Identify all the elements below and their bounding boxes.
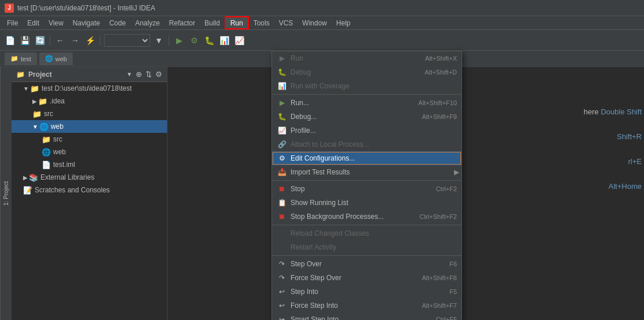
breadcrumb-test-label: test [21, 55, 31, 62]
menu-profile-item[interactable]: 📈 Profile... [272, 124, 461, 137]
sep-1 [272, 94, 461, 95]
menu-run-label: Run... [291, 99, 309, 107]
tree-item-idea[interactable]: ▶ 📁 .idea [12, 95, 167, 107]
menu-restart-item[interactable]: Restart Activity [272, 240, 461, 254]
src-folder-icon: 📁 [32, 110, 42, 118]
menu-smart-step-into-item[interactable]: ↪ Smart Step Into Ctrl+F5 [272, 312, 461, 320]
web2-folder-icon: 🌐 [42, 148, 51, 157]
scratches-icon: 📝 [23, 186, 32, 195]
coverage-btn[interactable]: 📊 [218, 34, 230, 47]
tree-item-src[interactable]: 📁 src [12, 107, 167, 120]
attach-icon: 🔗 [277, 139, 287, 150]
folder-icon: 📁 [30, 84, 39, 93]
menu-attach-item[interactable]: 🔗 Attach to Local Process... [272, 137, 461, 151]
debug-btn[interactable]: 🐛 [203, 34, 215, 47]
run-disabled-shortcut: Alt+Shift+X [425, 55, 457, 62]
iml-file-icon: 📄 [42, 161, 51, 169]
tree-item-test-iml[interactable]: 📄 test.iml [12, 158, 167, 171]
profile-btn[interactable]: 📈 [233, 34, 245, 47]
new-file-btn[interactable]: 📄 [3, 34, 16, 47]
tree-item-test[interactable]: ▼ 📁 test D:\user\stu\idea0718\test [12, 82, 167, 95]
project-filter-icon[interactable]: ⇅ [146, 70, 152, 79]
tree-item-ext-libs[interactable]: ▶ 📚 External Libraries [12, 171, 167, 184]
menu-debug-item[interactable]: 🐛 Debug... Alt+Shift+F9 [272, 110, 461, 124]
menu-debug-disabled[interactable]: 🐛 Debug Alt+Shift+D [272, 65, 461, 79]
menu-step-over-item[interactable]: ↷ Step Over F6 [272, 257, 461, 271]
run-btn[interactable]: ▶ [173, 34, 185, 47]
menu-force-step-over-item[interactable]: ↷ Force Step Over Alt+Shift+F8 [272, 271, 461, 285]
run-disabled-icon: ▶ [277, 53, 287, 64]
project-header: 📁 Project ▼ ⊕ ⇅ ⚙ [12, 67, 167, 82]
menu-analyze[interactable]: Analyze [131, 16, 165, 29]
project-side-label[interactable]: 1: Project [0, 67, 12, 320]
restart-icon [277, 242, 287, 252]
menu-force-step-into-item[interactable]: ↩ Force Step Into Alt+Shift+F7 [272, 299, 461, 312]
show-running-icon: 📋 [277, 198, 287, 208]
reload-icon [277, 228, 287, 239]
smart-step-into-shortcut: Ctrl+F5 [436, 316, 457, 320]
project-add-icon[interactable]: ⊕ [136, 70, 142, 79]
menu-stop-item[interactable]: ⏹ Stop Ctrl+F2 [272, 182, 461, 196]
tree-item-label: test D:\user\stu\idea0718\test [42, 84, 132, 92]
run-shortcut: Alt+Shift+F10 [418, 99, 457, 106]
menu-run[interactable]: Run [225, 16, 249, 29]
menu-stop-bg-item[interactable]: ⏹ Stop Background Processes... Ctrl+Shif… [272, 210, 461, 224]
project-panel: 📁 Project ▼ ⊕ ⇅ ⚙ ▼ 📁 test D:\user\stu\i… [12, 67, 167, 320]
menu-show-running-item[interactable]: 📋 Show Running List [272, 196, 461, 210]
save-btn[interactable]: 💾 [18, 34, 31, 47]
menu-tools[interactable]: Tools [249, 16, 274, 29]
menu-vcs[interactable]: VCS [274, 16, 298, 29]
tree-item-web[interactable]: ▼ 🌐 web [12, 120, 167, 133]
menu-run-item[interactable]: ▶ Run... Alt+Shift+F10 [272, 96, 461, 110]
menu-reload-item[interactable]: Reload Changed Classes [272, 226, 461, 240]
menu-step-into-item[interactable]: ↩ Step Into F5 [272, 285, 461, 299]
tree-item-label: web [53, 148, 66, 156]
tree-item-web-src[interactable]: 📁 src [12, 133, 167, 146]
run-dropdown-menu: ▶ Run Alt+Shift+X 🐛 Debug Alt+Shift+D 📊 … [271, 51, 462, 320]
menu-force-step-into-label: Force Step Into [291, 302, 338, 310]
menu-attach-label: Attach to Local Process... [291, 140, 369, 148]
menu-navigate[interactable]: Navigate [68, 16, 105, 29]
web-folder-icon: 🌐 [39, 122, 49, 131]
config-dropdown[interactable] [104, 34, 150, 47]
debug-disabled-icon: 🐛 [277, 67, 287, 77]
menu-import-test-item[interactable]: 📥 Import Test Results ▶ [272, 165, 461, 179]
menu-restart-label: Restart Activity [291, 243, 336, 251]
menu-edit[interactable]: Edit [23, 16, 44, 29]
menu-view[interactable]: View [44, 16, 68, 29]
menu-run-disabled[interactable]: ▶ Run Alt+Shift+X [272, 51, 461, 65]
menu-edit-config-item[interactable]: ⚙ Edit Configurations... [272, 151, 461, 165]
menu-coverage-disabled[interactable]: 📊 Run with Coverage [272, 79, 461, 93]
menu-window[interactable]: Window [297, 16, 332, 29]
project-gear-icon[interactable]: ⚙ [155, 70, 162, 79]
menu-build[interactable]: Build [200, 16, 225, 29]
run-config-btn[interactable]: ⚙ [188, 34, 200, 47]
menu-edit-config-label: Edit Configurations... [291, 154, 355, 162]
tree-item-scratches[interactable]: 📝 Scratches and Consoles [12, 184, 167, 196]
sync-btn[interactable]: 🔄 [33, 34, 46, 47]
breadcrumb-test[interactable]: 📁 test [5, 53, 37, 65]
step-over-shortcut: F6 [449, 261, 457, 267]
menu-code[interactable]: Code [105, 16, 131, 29]
search-hint-4: Alt+Home [609, 182, 642, 191]
menu-coverage-disabled-label: Run with Coverage [291, 82, 349, 90]
ext-libs-icon: 📚 [29, 173, 38, 182]
toolbar-sep-3 [169, 35, 169, 46]
tree-item-web-web[interactable]: 🌐 web [12, 146, 167, 158]
breadcrumb-web[interactable]: 🌐 web [39, 53, 73, 65]
stop-bg-shortcut: Ctrl+Shift+F2 [419, 213, 457, 220]
menu-help[interactable]: Help [332, 16, 355, 29]
sep-2 [272, 180, 461, 181]
menu-step-into-label: Step Into [291, 288, 318, 296]
step-into-shortcut: F5 [449, 288, 457, 295]
dropdown-arrow[interactable]: ▼ [152, 34, 165, 47]
toolbar-sep-2 [100, 35, 100, 46]
tree-item-label: web [51, 122, 64, 131]
back-btn[interactable]: ← [54, 34, 66, 47]
forward-btn[interactable]: → [69, 34, 81, 47]
stop-bg-icon: ⏹ [277, 211, 287, 222]
toggle-btn[interactable]: ⚡ [84, 34, 96, 47]
menu-file[interactable]: File [2, 16, 23, 29]
tree-item-label: test.iml [53, 161, 75, 169]
menu-refactor[interactable]: Refactor [165, 16, 200, 29]
